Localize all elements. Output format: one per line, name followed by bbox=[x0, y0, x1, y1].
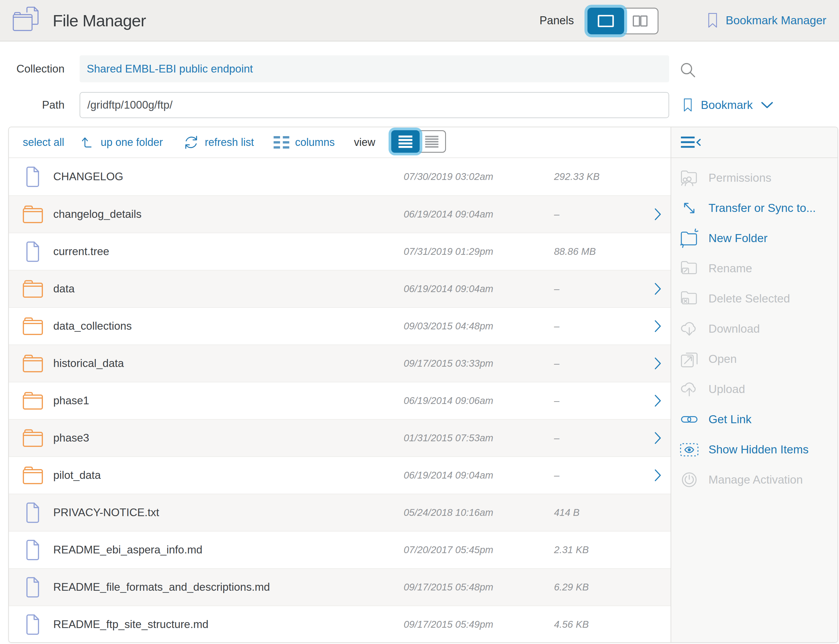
sidebar-action-rename: Rename bbox=[671, 253, 837, 284]
file-row[interactable]: historical_data 09/17/2015 03:33pm – bbox=[9, 345, 671, 382]
panels-toggle bbox=[588, 8, 658, 34]
sidebar-action-get-link[interactable]: Get Link bbox=[671, 404, 837, 434]
file-date: 09/03/2015 04:48pm bbox=[404, 320, 493, 332]
file-manager-logo-icon bbox=[12, 6, 41, 33]
file-size: – bbox=[554, 395, 559, 406]
file-size: – bbox=[554, 358, 559, 369]
columns-icon bbox=[273, 135, 290, 150]
sidebar-action-show-hidden-items[interactable]: Show Hidden Items bbox=[671, 434, 837, 465]
get-link-icon bbox=[678, 409, 701, 429]
folder-icon bbox=[22, 203, 44, 225]
file-row[interactable]: phase1 06/19/2014 09:06am – bbox=[9, 382, 671, 419]
file-date: 06/19/2014 09:06am bbox=[404, 395, 493, 406]
sidebar-action-new-folder[interactable]: New Folder bbox=[671, 223, 837, 253]
file-date: 05/24/2018 10:16am bbox=[404, 507, 493, 518]
file-name: data bbox=[53, 283, 75, 295]
file-row[interactable]: current.tree 07/31/2019 01:29pm 88.86 MB bbox=[9, 233, 671, 270]
file-row[interactable]: pilot_data 06/19/2014 09:04am – bbox=[9, 457, 671, 494]
file-row[interactable]: changelog_details 06/19/2014 09:04am – bbox=[9, 196, 671, 233]
file-icon bbox=[22, 539, 44, 561]
sidebar-action-delete-selected: Delete Selected bbox=[671, 284, 837, 314]
refresh-list-button[interactable]: refresh list bbox=[183, 127, 254, 158]
list-toolbar: select all up one folder refresh list bbox=[9, 127, 671, 158]
chevron-right-icon[interactable] bbox=[654, 357, 662, 370]
single-panel-button[interactable] bbox=[588, 8, 624, 34]
bookmark-manager-link[interactable]: Bookmark Manager bbox=[707, 0, 826, 41]
file-row[interactable]: data 06/19/2014 09:04am – bbox=[9, 270, 671, 307]
file-row[interactable]: README_ftp_site_structure.md 09/17/2015 … bbox=[9, 606, 671, 643]
delete-icon bbox=[678, 289, 701, 309]
up-one-folder-button[interactable]: up one folder bbox=[80, 127, 163, 158]
bookmark-manager-label: Bookmark Manager bbox=[726, 14, 826, 27]
collapse-sidebar-icon[interactable] bbox=[680, 136, 703, 149]
path-input[interactable] bbox=[80, 92, 669, 118]
select-all-button[interactable]: select all bbox=[23, 127, 64, 158]
file-date: 07/31/2019 01:29pm bbox=[404, 246, 493, 257]
dual-panel-button[interactable] bbox=[622, 8, 658, 34]
file-size: 292.33 KB bbox=[554, 171, 599, 182]
file-row[interactable]: phase3 01/31/2015 07:53am – bbox=[9, 419, 671, 457]
upload-icon bbox=[678, 379, 701, 399]
sidebar-action-permissions: Permissions bbox=[671, 163, 837, 193]
columns-button[interactable]: columns bbox=[273, 127, 335, 158]
action-label: Rename bbox=[708, 262, 752, 275]
action-label: Get Link bbox=[708, 413, 751, 426]
file-date: 06/19/2014 09:04am bbox=[404, 470, 493, 481]
file-size: – bbox=[554, 209, 559, 220]
action-label: Permissions bbox=[708, 171, 771, 184]
file-name: changelog_details bbox=[53, 208, 141, 220]
compact-view-icon bbox=[425, 135, 439, 148]
file-row[interactable]: README_ebi_aspera_info.md 07/20/2017 05:… bbox=[9, 531, 671, 568]
file-date: 09/17/2015 03:33pm bbox=[404, 358, 493, 369]
chevron-right-icon[interactable] bbox=[654, 394, 662, 407]
file-row[interactable]: data_collections 09/03/2015 04:48pm – bbox=[9, 307, 671, 345]
chevron-right-icon[interactable] bbox=[654, 320, 662, 332]
chevron-right-icon[interactable] bbox=[654, 208, 662, 220]
chevron-right-icon[interactable] bbox=[654, 283, 662, 295]
file-icon bbox=[22, 576, 44, 598]
view-label: view bbox=[354, 127, 375, 158]
single-panel-icon bbox=[598, 15, 614, 28]
file-size: 414 B bbox=[554, 507, 580, 518]
actions-header bbox=[671, 127, 837, 158]
bookmark-icon bbox=[683, 94, 693, 116]
folder-icon bbox=[22, 353, 44, 375]
file-date: 07/30/2019 03:02am bbox=[404, 171, 493, 182]
file-list-pane: select all up one folder refresh list bbox=[9, 127, 671, 642]
sidebar-action-transfer-or-sync-to[interactable]: Transfer or Sync to... bbox=[671, 193, 837, 223]
action-label: Delete Selected bbox=[708, 292, 790, 305]
file-row[interactable]: README_file_formats_and_descriptions.md … bbox=[9, 568, 671, 606]
file-size: – bbox=[554, 470, 559, 481]
folder-icon bbox=[22, 427, 44, 449]
file-size: – bbox=[554, 320, 559, 332]
file-size: 88.86 MB bbox=[554, 246, 596, 257]
file-row[interactable]: CHANGELOG 07/30/2019 03:02am 292.33 KB bbox=[9, 158, 671, 196]
collection-field[interactable]: Shared EMBL-EBI public endpoint bbox=[80, 55, 669, 82]
file-row[interactable]: PRIVACY-NOTICE.txt 05/24/2018 10:16am 41… bbox=[9, 494, 671, 531]
file-name: data_collections bbox=[53, 320, 132, 332]
bookmark-dropdown[interactable]: Bookmark bbox=[683, 92, 773, 118]
download-icon bbox=[678, 319, 701, 339]
bookmark-label: Bookmark bbox=[701, 99, 753, 112]
file-name: PRIVACY-NOTICE.txt bbox=[53, 506, 159, 519]
search-icon[interactable] bbox=[679, 61, 698, 80]
file-manager-app: File Manager Panels Bookmark Manager Col… bbox=[0, 0, 839, 644]
chevron-right-icon[interactable] bbox=[654, 469, 662, 481]
permissions-icon bbox=[678, 168, 701, 188]
file-date: 06/19/2014 09:04am bbox=[404, 283, 493, 294]
folder-icon bbox=[22, 278, 44, 300]
app-header: File Manager Panels Bookmark Manager bbox=[0, 0, 839, 41]
show-hidden-icon bbox=[678, 440, 701, 460]
chevron-down-icon bbox=[761, 102, 773, 108]
path-label: Path bbox=[0, 92, 64, 118]
open-icon bbox=[678, 349, 701, 369]
file-date: 06/19/2014 09:04am bbox=[404, 209, 493, 220]
list-view-button[interactable] bbox=[391, 130, 420, 153]
sidebar-action-open: Open bbox=[671, 344, 837, 374]
action-label: Upload bbox=[708, 383, 745, 396]
file-name: README_ftp_site_structure.md bbox=[53, 618, 209, 631]
chevron-right-icon[interactable] bbox=[654, 432, 662, 444]
rename-icon bbox=[678, 258, 701, 279]
compact-view-button[interactable] bbox=[417, 130, 446, 153]
file-name: phase1 bbox=[53, 394, 89, 407]
